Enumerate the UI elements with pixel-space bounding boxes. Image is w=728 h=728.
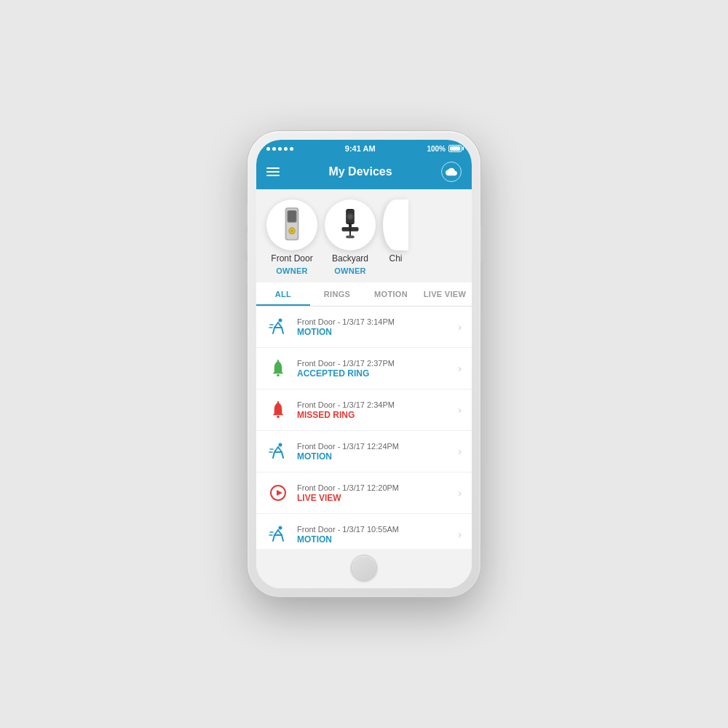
device-role-backyard: OWNER bbox=[334, 266, 366, 275]
bell-red-icon bbox=[266, 398, 290, 422]
svg-line-28 bbox=[274, 447, 278, 452]
chevron-icon: › bbox=[458, 446, 462, 457]
svg-point-37 bbox=[279, 526, 282, 530]
svg-line-30 bbox=[273, 452, 274, 458]
chevron-icon: › bbox=[458, 321, 462, 333]
signal-dot bbox=[284, 147, 288, 151]
svg-rect-3 bbox=[288, 211, 296, 222]
signal-dot bbox=[266, 147, 270, 151]
cloud-icon bbox=[446, 166, 457, 178]
signal-dots bbox=[266, 147, 293, 151]
activity-item[interactable]: Front Door - 1/3/17 2:34PM MISSED RING › bbox=[256, 389, 472, 431]
tab-rings[interactable]: RINGS bbox=[310, 282, 364, 306]
svg-line-38 bbox=[274, 530, 278, 535]
tab-all[interactable]: ALL bbox=[256, 282, 310, 306]
svg-line-41 bbox=[282, 535, 283, 541]
activity-tabs: ALL RINGS MOTION LIVE VIEW bbox=[256, 282, 472, 306]
device-circle-chime bbox=[383, 199, 408, 250]
svg-point-27 bbox=[279, 443, 282, 447]
activity-type-label: MISSED RING bbox=[297, 410, 458, 420]
motion-icon bbox=[266, 315, 290, 339]
activity-time: Front Door - 1/3/17 3:14PM bbox=[297, 317, 458, 326]
activity-content: Front Door - 1/3/17 2:37PM ACCEPTED RING bbox=[297, 359, 458, 379]
chevron-icon: › bbox=[458, 487, 462, 499]
activity-time: Front Door - 1/3/17 2:37PM bbox=[297, 359, 458, 368]
hamburger-line bbox=[266, 175, 280, 176]
activity-item[interactable]: Front Door - 1/3/17 10:55AM MOTION › bbox=[256, 514, 472, 549]
activity-item[interactable]: Front Door - 1/3/17 12:24PM MOTION › bbox=[256, 431, 472, 472]
bell-green-icon bbox=[266, 357, 290, 380]
activity-item[interactable]: Front Door - 1/3/17 3:14PM MOTION › bbox=[256, 306, 472, 348]
svg-marker-36 bbox=[277, 490, 282, 496]
signal-dot bbox=[278, 147, 282, 151]
device-card-backyard[interactable]: Backyard OWNER bbox=[325, 199, 376, 275]
signal-dot bbox=[290, 147, 293, 151]
activity-time: Front Door - 1/3/17 10:55AM bbox=[297, 525, 458, 534]
activity-content: Front Door - 1/3/17 2:34PM MISSED RING bbox=[297, 400, 458, 420]
svg-point-23 bbox=[277, 374, 280, 377]
activity-content: Front Door - 1/3/17 12:20PM LIVE VIEW bbox=[297, 483, 458, 503]
devices-section: Front Door OWNER bbox=[256, 189, 472, 282]
devices-row: Front Door OWNER bbox=[256, 199, 472, 275]
device-circle-backyard bbox=[325, 199, 376, 250]
svg-line-40 bbox=[273, 535, 274, 541]
phone-frame: 9:41 AM 100% My Devices bbox=[248, 131, 480, 597]
activity-time: Front Door - 1/3/17 2:34PM bbox=[297, 400, 458, 409]
activity-type-label: MOTION bbox=[297, 534, 458, 545]
device-name-backyard: Backyard bbox=[332, 253, 368, 264]
activity-content: Front Door - 1/3/17 10:55AM MOTION bbox=[297, 525, 458, 545]
hamburger-line bbox=[266, 171, 280, 173]
battery-icon bbox=[448, 145, 462, 152]
tab-live-view[interactable]: LIVE VIEW bbox=[418, 282, 472, 306]
device-name-front-door: Front Door bbox=[271, 253, 312, 264]
status-time: 9:41 AM bbox=[345, 144, 376, 153]
menu-button[interactable] bbox=[266, 167, 280, 176]
chevron-icon: › bbox=[458, 529, 462, 540]
svg-line-17 bbox=[278, 323, 282, 328]
activity-time: Front Door - 1/3/17 12:20PM bbox=[297, 483, 458, 492]
svg-line-18 bbox=[273, 328, 274, 333]
motion-icon bbox=[266, 523, 290, 546]
activity-type-label: ACCEPTED RING bbox=[297, 368, 458, 379]
status-right: 100% bbox=[427, 145, 462, 153]
svg-point-6 bbox=[290, 229, 293, 232]
hamburger-line bbox=[266, 167, 280, 169]
svg-rect-14 bbox=[346, 235, 355, 238]
page-title: My Devices bbox=[328, 165, 392, 178]
activity-type-label: MOTION bbox=[297, 327, 458, 337]
home-button[interactable] bbox=[351, 555, 377, 581]
svg-line-39 bbox=[278, 530, 282, 535]
doorbell-icon bbox=[278, 206, 306, 244]
home-button-area bbox=[256, 549, 472, 588]
activity-item[interactable]: Front Door - 1/3/17 2:37PM ACCEPTED RING… bbox=[256, 348, 472, 389]
device-name-chime: Chi bbox=[389, 253, 402, 264]
play-circle-icon bbox=[266, 481, 290, 505]
signal-dot bbox=[272, 147, 276, 151]
cloud-button[interactable] bbox=[441, 162, 462, 182]
device-card-chime[interactable]: Chi bbox=[383, 199, 408, 275]
svg-point-10 bbox=[348, 215, 352, 219]
svg-line-19 bbox=[282, 328, 283, 333]
tab-motion[interactable]: MOTION bbox=[364, 282, 418, 306]
activity-type-label: LIVE VIEW bbox=[297, 493, 458, 503]
chevron-icon: › bbox=[458, 363, 462, 374]
activity-content: Front Door - 1/3/17 12:24PM MOTION bbox=[297, 442, 458, 462]
app-header: My Devices bbox=[256, 156, 472, 189]
status-bar: 9:41 AM 100% bbox=[256, 140, 472, 156]
activity-content: Front Door - 1/3/17 3:14PM MOTION bbox=[297, 317, 458, 337]
device-role-front-door: OWNER bbox=[276, 266, 308, 275]
activity-time: Front Door - 1/3/17 12:24PM bbox=[297, 442, 458, 451]
svg-point-25 bbox=[277, 416, 280, 419]
chevron-icon: › bbox=[458, 404, 462, 416]
motion-icon bbox=[266, 440, 290, 463]
activity-type-label: MOTION bbox=[297, 451, 458, 462]
activity-item[interactable]: Front Door - 1/3/17 12:20PM LIVE VIEW › bbox=[256, 472, 472, 514]
svg-point-15 bbox=[279, 319, 282, 323]
device-circle-front-door bbox=[266, 199, 317, 250]
svg-line-31 bbox=[282, 452, 283, 458]
activity-list: Front Door - 1/3/17 3:14PM MOTION › Fron… bbox=[256, 306, 472, 549]
device-card-front-door[interactable]: Front Door OWNER bbox=[266, 199, 317, 275]
camera-icon bbox=[336, 207, 365, 242]
phone-screen: 9:41 AM 100% My Devices bbox=[256, 140, 472, 588]
battery-fill bbox=[450, 146, 460, 151]
